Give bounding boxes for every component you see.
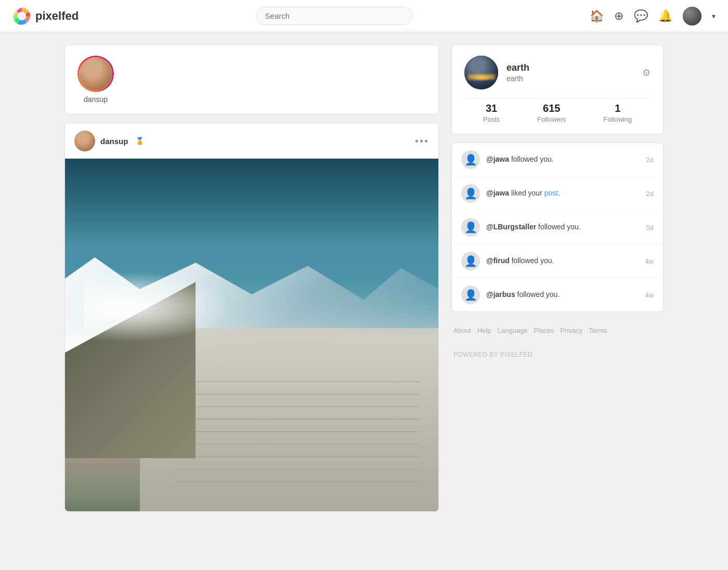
user-avatar[interactable] (683, 7, 701, 25)
notif-time-4: 4w (645, 291, 654, 299)
followers-count: 615 (537, 102, 566, 114)
story-card: dansup (64, 45, 439, 114)
svg-point-2 (19, 14, 24, 19)
story-avatar-image (79, 57, 112, 90)
footer-link-places[interactable]: Places (534, 327, 554, 334)
notif-link-1[interactable]: post (544, 189, 558, 197)
main-layout: dansup dansup 🏅 ••• (52, 45, 676, 512)
notification-item: 👤 @LBurgstaller followed you. 5d (452, 211, 663, 244)
notif-text-0: @jawa followed you. (486, 154, 640, 165)
notif-time-0: 2d (646, 156, 654, 164)
messages-icon[interactable]: 💬 (634, 9, 648, 23)
notif-avatar-3[interactable]: 👤 (461, 252, 480, 270)
notifications-card: 👤 @jawa followed you. 2d 👤 @jawa liked y… (451, 142, 664, 312)
notification-item: 👤 @firud followed you. 4w (452, 244, 663, 278)
navbar-brand-area: pixelfed (12, 7, 79, 25)
footer-link-privacy[interactable]: Privacy (561, 327, 583, 334)
powered-by: POWERED BY PIXELFED (451, 351, 664, 358)
stat-posts[interactable]: 31 Posts (483, 102, 500, 123)
post-avatar[interactable] (74, 131, 95, 151)
stat-followers[interactable]: 615 Followers (537, 102, 566, 123)
following-count: 1 (603, 102, 632, 114)
post-image (65, 159, 438, 511)
pixelfed-logo-icon (12, 7, 31, 25)
post-username: dansup (100, 137, 128, 146)
footer-link-about[interactable]: About (453, 327, 471, 334)
story-username: dansup (77, 95, 114, 103)
profile-name-wrap: earth earth (506, 62, 634, 83)
compose-icon[interactable]: ⊕ (614, 9, 623, 23)
navbar: pixelfed 🏠 ⊕ 💬 🔔 ▾ (0, 0, 728, 32)
notifications-icon[interactable]: 🔔 (658, 9, 672, 23)
post-card: dansup 🏅 ••• (64, 123, 439, 512)
notif-text-4: @jarbus followed you. (486, 290, 639, 300)
story-avatar (77, 56, 114, 92)
brand-name: pixelfed (35, 9, 79, 23)
notif-user-0[interactable]: @jawa (486, 155, 509, 163)
profile-avatar-image (464, 56, 498, 89)
stat-following[interactable]: 1 Following (603, 102, 632, 123)
notif-avatar-4[interactable]: 👤 (461, 286, 480, 304)
following-label: Following (603, 115, 632, 123)
notif-time-2: 5d (646, 224, 654, 231)
footer-link-language[interactable]: Language (498, 327, 528, 334)
notification-item: 👤 @jawa liked your post. 2d (452, 177, 663, 211)
footer-link-help[interactable]: Help (477, 327, 491, 334)
notif-text-1: @jawa liked your post. (486, 188, 640, 199)
posts-label: Posts (483, 115, 500, 123)
post-user: dansup 🏅 (74, 131, 144, 151)
notif-avatar-1[interactable]: 👤 (461, 184, 480, 203)
notif-text-3: @firud followed you. (486, 256, 639, 266)
right-column: earth earth ⚙ 31 Posts 615 Followers 1 F… (451, 45, 664, 512)
navbar-actions: 🏠 ⊕ 💬 🔔 ▾ (590, 7, 716, 25)
profile-avatar[interactable] (464, 56, 498, 89)
notif-avatar-0[interactable]: 👤 (461, 150, 480, 169)
profile-card: earth earth ⚙ 31 Posts 615 Followers 1 F… (451, 45, 664, 134)
profile-name: earth (506, 62, 634, 73)
notification-item: 👤 @jawa followed you. 2d (452, 143, 663, 177)
notif-user-3[interactable]: @firud (486, 256, 510, 265)
left-column: dansup dansup 🏅 ••• (64, 45, 439, 512)
post-more-icon[interactable]: ••• (415, 135, 429, 147)
followers-label: Followers (537, 115, 566, 123)
profile-stats: 31 Posts 615 Followers 1 Following (464, 98, 651, 123)
notif-user-2[interactable]: @LBurgstaller (486, 223, 536, 231)
dropdown-arrow-icon[interactable]: ▾ (712, 12, 716, 20)
footer-links: AboutHelpLanguagePlacesPrivacyTerms (451, 320, 664, 341)
story-avatar-wrap[interactable]: dansup (77, 56, 114, 103)
notif-user-4[interactable]: @jarbus (486, 290, 515, 299)
notif-time-1: 2d (646, 190, 654, 198)
footer-link-terms[interactable]: Terms (589, 327, 607, 334)
notif-user-1[interactable]: @jawa (486, 189, 509, 197)
notif-time-3: 4w (645, 257, 654, 265)
post-header: dansup 🏅 ••• (65, 123, 438, 159)
notif-text-2: @LBurgstaller followed you. (486, 222, 640, 232)
notification-item: 👤 @jarbus followed you. 4w (452, 278, 663, 312)
profile-header: earth earth ⚙ (464, 56, 651, 89)
posts-count: 31 (483, 102, 500, 114)
search-input[interactable] (256, 7, 412, 25)
home-icon[interactable]: 🏠 (590, 9, 604, 23)
notif-avatar-2[interactable]: 👤 (461, 218, 480, 237)
profile-settings-icon[interactable]: ⚙ (642, 67, 651, 79)
post-badge-icon: 🏅 (135, 137, 144, 145)
profile-handle: earth (506, 74, 634, 83)
